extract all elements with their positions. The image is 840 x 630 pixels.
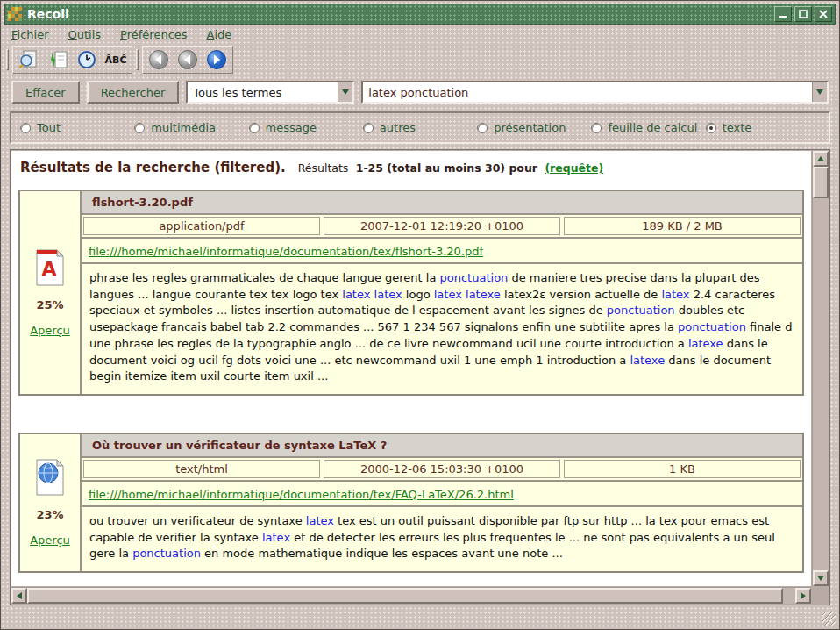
toolbar-group-main: ÂBĈ — [12, 46, 132, 74]
highlighted-term: latex — [306, 514, 334, 527]
results-viewport: Résultats de la recherche (filtered). Ré… — [11, 151, 811, 586]
highlighted-term: ponctuation — [678, 320, 746, 333]
recoll-app-icon — [8, 7, 22, 21]
horizontal-scroll-track[interactable] — [27, 588, 795, 604]
radio-label: multimédia — [151, 121, 216, 134]
result-size: 189 KB / 2 MB — [564, 217, 801, 235]
scroll-left-icon[interactable] — [11, 588, 27, 604]
category-radio[interactable]: autres — [363, 121, 477, 134]
query-link[interactable]: (requête) — [545, 161, 603, 175]
radio-icon[interactable] — [134, 123, 145, 133]
radio-icon[interactable] — [363, 123, 374, 133]
result-url-link[interactable]: file:///home/michael/informatique/docume… — [89, 245, 483, 258]
results-header: Résultats de la recherche (filtered). Ré… — [17, 158, 806, 183]
result-url-row: file:///home/michael/informatique/docume… — [82, 482, 802, 507]
preview-link[interactable]: Aperçu — [30, 324, 70, 337]
menu-fichier[interactable]: Fichier — [11, 28, 49, 41]
result-item[interactable]: A 25% Aperçu flshort-3.20.pdf applicatio… — [18, 190, 804, 396]
preview-link[interactable]: Aperçu — [30, 533, 70, 547]
resize-grip[interactable] — [822, 612, 836, 626]
next-page-icon[interactable] — [205, 48, 228, 71]
category-radio[interactable]: présentation — [477, 121, 591, 134]
toolbar-handle-2[interactable] — [136, 49, 139, 70]
highlighted-term: ponctuation — [132, 547, 201, 560]
highlighted-term: latex — [262, 531, 290, 544]
history-clock-icon[interactable] — [75, 48, 98, 71]
category-radio[interactable]: Tout — [20, 121, 134, 134]
result-title: flshort-3.20.pdf — [82, 191, 802, 215]
highlighted-term: latex latexe — [434, 288, 501, 301]
clear-button[interactable]: Effacer — [11, 81, 80, 104]
vertical-scrollbar[interactable] — [812, 151, 829, 586]
first-page-icon[interactable] — [147, 48, 170, 71]
result-item[interactable]: A 23% Aperçu Où trouver un vérificateur … — [18, 433, 804, 573]
search-mode-value: Tous les termes — [188, 86, 338, 99]
horizontal-scroll-thumb[interactable] — [27, 588, 783, 604]
radio-icon[interactable] — [249, 123, 260, 133]
query-combobox — [361, 81, 829, 104]
recoll-window: Recoll Fichier Outils Préférences Aide — [0, 0, 840, 630]
update-index-icon[interactable] — [46, 48, 69, 71]
result-meta: text/html 2000-12-06 15:03:30 +0100 1 KB — [82, 458, 802, 482]
relevance-percent: 23% — [36, 508, 63, 521]
scroll-down-icon[interactable] — [813, 570, 829, 586]
horizontal-scrollbar[interactable] — [11, 587, 811, 604]
pdf-file-icon: A — [34, 249, 66, 286]
result-snippet: phrase les regles grammaticales de chaqu… — [82, 264, 802, 394]
results-area: Résultats de la recherche (filtered). Ré… — [10, 149, 830, 605]
radio-label: feuille de calcul — [608, 121, 697, 134]
result-snippet: ou trouver un verificateur de syntaxe la… — [82, 507, 802, 571]
radio-label: autres — [380, 121, 416, 134]
result-url-link[interactable]: file:///home/michael/informatique/docume… — [89, 488, 514, 501]
results-list: A 25% Aperçu flshort-3.20.pdf applicatio… — [17, 190, 806, 573]
minimize-button[interactable] — [774, 6, 792, 22]
html-file-icon — [34, 459, 66, 496]
maximize-button[interactable] — [794, 6, 812, 22]
radio-label: présentation — [494, 121, 566, 134]
result-mime: text/html — [83, 460, 320, 478]
result-meta: application/pdf 2007-12-01 12:19:20 +010… — [82, 215, 802, 239]
highlighted-term: latexe — [688, 337, 723, 350]
radio-label: Tout — [37, 121, 61, 134]
result-main: Où trouver un vérificateur de syntaxe La… — [82, 434, 802, 571]
result-date: 2007-12-01 12:19:20 +0100 — [324, 217, 560, 235]
filter-group: Tout multimédia message autres présentat… — [10, 111, 830, 144]
relevance-percent: 25% — [36, 298, 63, 311]
result-url-row: file:///home/michael/informatique/docume… — [82, 239, 802, 264]
close-button[interactable] — [815, 6, 832, 22]
radio-icon[interactable] — [706, 123, 716, 133]
menu-preferences[interactable]: Préférences — [120, 28, 187, 41]
scroll-up-icon[interactable] — [813, 151, 829, 167]
svg-text:A: A — [41, 258, 56, 280]
menu-aide[interactable]: Aide — [207, 28, 232, 41]
vertical-scroll-track[interactable] — [813, 167, 829, 570]
result-mime: application/pdf — [83, 217, 320, 235]
previous-page-icon[interactable] — [176, 48, 199, 71]
advanced-search-icon[interactable] — [18, 48, 40, 71]
radio-label: message — [266, 121, 317, 134]
category-radio[interactable]: message — [249, 121, 363, 134]
category-radio[interactable]: feuille de calcul — [591, 121, 705, 134]
search-mode-combobox[interactable]: Tous les termes — [186, 81, 354, 104]
search-query-input[interactable] — [363, 86, 812, 99]
menubar: Fichier Outils Préférences Aide — [4, 25, 836, 45]
radio-icon[interactable] — [591, 123, 602, 133]
result-side-panel: A 23% Aperçu — [20, 434, 82, 571]
radio-icon[interactable] — [477, 123, 488, 133]
titlebar: Recoll — [4, 4, 836, 25]
result-title: Où trouver un vérificateur de syntaxe La… — [82, 434, 802, 458]
result-main: flshort-3.20.pdf application/pdf 2007-12… — [82, 191, 802, 394]
toolbar-group-nav — [142, 46, 233, 74]
category-radio[interactable]: multimédia — [134, 121, 248, 134]
toolbar-handle[interactable] — [6, 49, 9, 70]
highlighted-term: latexe — [630, 354, 665, 367]
chevron-down-icon[interactable] — [812, 82, 827, 102]
chevron-down-icon[interactable] — [338, 82, 352, 102]
term-explorer-icon[interactable]: ÂBĈ — [104, 48, 127, 71]
search-button[interactable]: Rechercher — [87, 81, 180, 104]
category-radio[interactable]: texte — [706, 121, 820, 134]
scroll-right-icon[interactable] — [795, 588, 811, 604]
vertical-scroll-thumb[interactable] — [813, 167, 829, 198]
radio-icon[interactable] — [20, 123, 31, 133]
menu-outils[interactable]: Outils — [68, 28, 102, 41]
